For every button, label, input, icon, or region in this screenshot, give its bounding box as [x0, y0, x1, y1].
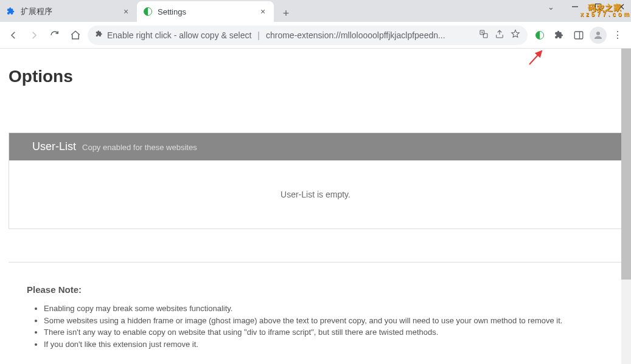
tab-strip: 扩展程序 × Settings × + ⌄: [0, 0, 631, 22]
chevron-down-icon[interactable]: ⌄: [548, 2, 554, 12]
extension-icon: [95, 30, 103, 40]
vertical-scrollbar[interactable]: [621, 49, 631, 364]
scrollbar-thumb[interactable]: [621, 49, 631, 280]
side-panel-button[interactable]: [570, 27, 587, 44]
translate-icon[interactable]: [479, 29, 489, 41]
forward-button[interactable]: [26, 27, 43, 44]
tab-extensions[interactable]: 扩展程序 ×: [0, 1, 137, 22]
url-text: chrome-extension://mlloloooolpffjkjaclpf…: [266, 30, 445, 40]
tab-settings[interactable]: Settings ×: [137, 1, 274, 22]
close-icon[interactable]: ×: [258, 7, 268, 16]
new-tab-button[interactable]: +: [277, 5, 295, 22]
reload-button[interactable]: [46, 27, 63, 44]
share-icon[interactable]: [495, 29, 504, 41]
list-item: Enabling copy may break some websites fu…: [44, 303, 604, 314]
section-header: User-List Copy enabled for these website…: [9, 133, 622, 160]
minimize-button[interactable]: [567, 1, 584, 13]
section-desc: Copy enabled for these websites: [82, 143, 197, 152]
user-list-section: User-List Copy enabled for these website…: [9, 132, 622, 229]
svg-rect-1: [596, 4, 601, 10]
empty-state: User-List is empty.: [9, 160, 622, 228]
star-icon[interactable]: [511, 29, 520, 41]
close-window-button[interactable]: [613, 1, 630, 13]
address-bar[interactable]: Enable right click - allow copy & select…: [88, 26, 528, 45]
toolbar: Enable right click - allow copy & select…: [0, 22, 631, 49]
puzzle-icon: [6, 7, 16, 16]
extensions-button[interactable]: [551, 27, 568, 44]
divider: [9, 262, 622, 263]
list-item: There isn't any way to enable copy on we…: [44, 327, 604, 338]
notes-section: Please Note: Enabling copy may break som…: [9, 284, 622, 349]
list-item: Some websites using a hidden frame or im…: [44, 315, 604, 326]
pinned-extension-icon[interactable]: [531, 27, 548, 44]
maximize-button[interactable]: [590, 1, 607, 13]
back-button[interactable]: [5, 27, 22, 44]
page-title: Options: [9, 49, 622, 90]
section-title: User-List: [32, 140, 76, 153]
list-item: If you don't like this extension just re…: [44, 339, 604, 350]
page-content: Options User-List Copy enabled for these…: [0, 49, 631, 364]
separator: |: [257, 30, 260, 40]
extension-favicon-icon: [143, 7, 153, 16]
close-icon[interactable]: ×: [121, 7, 131, 16]
svg-point-8: [596, 32, 600, 35]
window-controls: ⌄: [548, 1, 630, 13]
svg-rect-6: [574, 32, 583, 39]
menu-button[interactable]: ⋮: [609, 27, 626, 44]
home-button[interactable]: [67, 27, 84, 44]
notes-list: Enabling copy may break some websites fu…: [27, 303, 604, 349]
tab-title: 扩展程序: [21, 6, 121, 17]
extension-name-label: Enable right click - allow copy & select: [107, 30, 251, 40]
notes-title: Please Note:: [27, 284, 604, 295]
tab-title: Settings: [158, 7, 258, 16]
profile-button[interactable]: [590, 27, 607, 44]
